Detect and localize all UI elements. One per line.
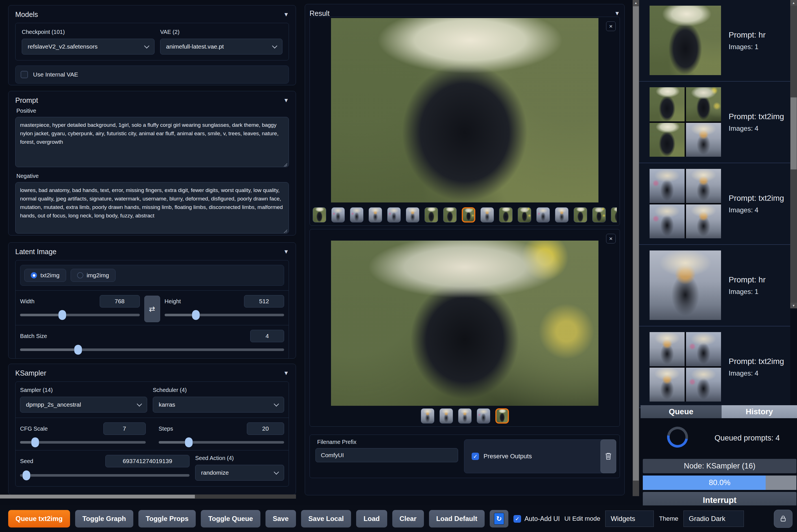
seed-slider[interactable] [20,470,190,480]
width-slider[interactable] [20,310,140,320]
seed-action-dropdown[interactable]: randomize [195,465,284,481]
scheduler-dropdown[interactable]: karras [153,397,284,413]
toggle-queue-button[interactable]: Toggle Queue [201,510,260,528]
gallery-thumbnail[interactable] [518,207,531,223]
radio-selected-icon [31,272,37,279]
auto-add-ui-checkbox[interactable]: ✓ [513,515,521,523]
gallery-thumbnail[interactable] [499,207,513,223]
toggle-graph-button[interactable]: Toggle Graph [75,510,133,528]
collapse-icon[interactable]: ▼ [283,97,289,103]
mode-option-img2img[interactable]: img2img [71,269,115,282]
ksampler-section: KSampler ▼ Sampler (14) dpmpp_2s_ancestr… [8,364,296,495]
gallery-thumbnail[interactable] [443,207,457,223]
collapse-icon[interactable]: ▼ [283,248,289,255]
tab-history[interactable]: History [722,405,797,418]
negative-prompt-input[interactable]: lowres, bad anatomy, bad hands, text, er… [15,182,289,233]
gallery-thumbnail[interactable] [480,207,494,223]
gallery-thumbnail[interactable] [331,207,345,223]
positive-prompt-input[interactable]: masterpiece, hyper detailed background, … [15,117,289,167]
main-vertical-scrollbar[interactable]: ▲ [633,0,639,496]
gallery-thumbnail[interactable] [406,207,419,223]
queue-entry-thumbnail[interactable] [649,250,721,320]
scroll-up-icon[interactable]: ▲ [790,0,797,6]
gallery-thumbnail[interactable] [312,207,326,223]
height-slider[interactable] [165,310,284,320]
gallery-thumbnail[interactable] [424,207,438,223]
sampler-label: Sampler (14) [20,387,147,393]
gallery-thumbnail[interactable] [458,408,472,423]
queue-entry[interactable]: Prompt: txt2img Images: 4 [639,163,790,245]
batch-size-slider[interactable] [20,344,284,355]
mode-option-txt2img[interactable]: txt2img [24,269,66,282]
steps-slider[interactable] [159,437,284,447]
cfg-scale-input[interactable]: 7 [103,422,146,435]
queue-entry[interactable]: Prompt: hr Images: 1 [639,245,790,326]
checkpoint-dropdown[interactable]: refslaveV2_v2.safetensors [22,39,154,55]
latent-image-section: Latent Image ▼ txt2img img2img [8,242,296,359]
scroll-down-icon[interactable]: ▼ [790,303,797,308]
lock-button[interactable] [774,510,793,528]
gallery-thumbnail[interactable] [574,207,587,223]
save-button[interactable]: Save [265,510,296,528]
gallery-thumbnail[interactable] [592,207,606,223]
resize-grip-icon[interactable] [283,163,287,167]
save-local-button[interactable]: Save Local [301,510,351,528]
collapse-icon[interactable]: ▼ [283,11,289,18]
load-default-button[interactable]: Load Default [429,510,485,528]
gallery-thumbnail[interactable] [350,207,363,223]
gallery-thumbnail-selected[interactable] [462,207,475,223]
clear-button[interactable]: Clear [392,510,424,528]
steps-input[interactable]: 20 [247,422,284,435]
collapse-icon[interactable]: ▼ [283,370,289,376]
gallery-thumbnail[interactable] [368,207,382,223]
scrollbar-thumb[interactable] [0,495,195,498]
collapse-icon[interactable]: ▼ [614,10,620,17]
result-image-1[interactable] [331,18,599,203]
tab-queue[interactable]: Queue [641,405,722,418]
queue-txt2img-button[interactable]: Queue txt2img [8,510,70,528]
scroll-up-icon[interactable]: ▲ [633,0,639,6]
queue-entry[interactable]: Prompt: txt2img Images: 4 [639,82,790,163]
width-input[interactable]: 768 [100,295,140,307]
cfg-scale-slider[interactable] [20,437,146,447]
theme-select[interactable]: Gradio Dark [683,511,744,527]
gallery-thumbnail[interactable] [536,207,550,223]
ui-edit-mode-select[interactable]: Widgets [605,511,654,527]
gallery-thumbnail[interactable] [421,408,434,423]
progress-percent: 80.0% [643,476,796,490]
toggle-props-button[interactable]: Toggle Props [138,510,196,528]
queue-entry-thumbnail[interactable] [649,6,721,75]
load-button[interactable]: Load [356,510,387,528]
models-section: Models ▼ Checkpoint (101) refslaveV2_v2.… [8,5,296,85]
gallery-thumbnail[interactable] [477,408,490,423]
gallery-thumbnail[interactable] [387,207,401,223]
queue-history-tabs: Queue History [641,405,797,418]
use-internal-vae-checkbox[interactable] [21,71,28,78]
seed-input[interactable]: 693741274019139 [105,455,190,467]
close-icon[interactable]: × [606,234,616,243]
gallery-thumbnail[interactable] [439,408,453,423]
filename-prefix-input[interactable]: ComfyUI [316,448,458,462]
resize-grip-icon[interactable] [283,229,287,233]
scrollbar-thumb[interactable] [791,97,797,169]
result-gallery-1: × [309,17,620,226]
queue-entry[interactable]: Prompt: txt2img Images: 4 [639,326,790,408]
close-icon[interactable]: × [606,21,616,31]
batch-size-input[interactable]: 4 [250,330,284,342]
delete-outputs-button[interactable] [601,439,616,473]
height-input[interactable]: 512 [244,295,284,307]
horizontal-scrollbar[interactable] [0,494,296,499]
gallery-thumbnail[interactable] [611,207,617,223]
gallery-thumbnail[interactable] [555,207,569,223]
swap-dimensions-button[interactable]: ⇄ [144,296,160,322]
sidebar-vertical-scrollbar[interactable]: ▲ ▼ [790,0,797,308]
gallery-thumbnail-selected[interactable] [495,408,509,423]
scrollbar-thumb[interactable] [633,6,639,481]
result-image-2[interactable] [331,241,599,406]
preserve-outputs-checkbox[interactable]: ✓ [472,453,479,460]
sampler-dropdown[interactable]: dpmpp_2s_ancestral [20,397,147,413]
queue-entry[interactable]: Prompt: hr Images: 1 [639,0,790,82]
prompt-section: Prompt ▼ Positive masterpiece, hyper det… [8,91,296,235]
vae-dropdown[interactable]: animefull-latest.vae.pt [160,39,282,55]
refresh-button[interactable]: ↻ [490,510,508,528]
